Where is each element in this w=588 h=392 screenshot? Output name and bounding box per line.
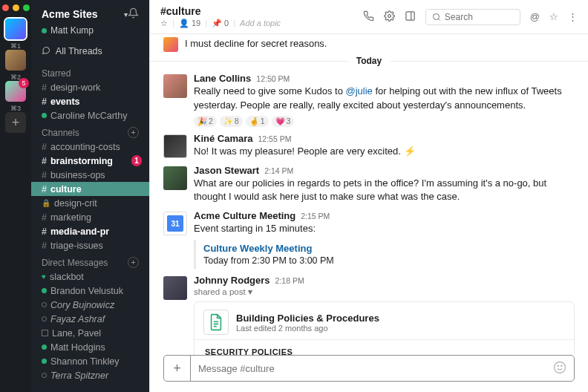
message-author[interactable]: Lane Collins [194,73,251,84]
pin-count[interactable]: 📌 0 [212,19,229,27]
sidebar-channel[interactable]: #brainstorming1 [31,154,149,168]
member-count[interactable]: 👤 19 [179,19,200,27]
add-channel-button[interactable]: + [128,127,139,138]
reaction[interactable]: 🤞1 [246,116,269,127]
reaction[interactable]: 💗3 [272,116,295,127]
starred-items-icon[interactable]: ☆ [549,11,558,22]
sidebar-channel[interactable]: #business-ops [31,168,149,182]
reaction-emoji: 🤞 [249,117,259,126]
workspace-shortcut-label: ⌘1 [10,42,21,50]
event-attachment[interactable]: Culture Weekly Meeting Today from 2:30 P… [194,240,575,269]
channel-header: #culture ☆| 👤 19| 📌 0| Add a topic @ ☆ ⋮ [150,0,588,34]
chevron-down-icon[interactable]: ▾ [248,287,252,297]
channel-name[interactable]: #culture [160,6,356,17]
message-author[interactable]: Johnny Rodgers [194,275,270,286]
sidebar-item[interactable]: #design-work [31,80,149,94]
add-dm-button[interactable]: + [128,257,139,268]
reaction[interactable]: ✨8 [220,116,243,127]
message-timestamp: 2:15 PM [301,212,330,220]
sidebar-channel[interactable]: #accounting-costs [31,140,149,154]
sidebar-dm[interactable]: Brandon Velustuk [31,284,149,298]
presence-active-icon [42,288,47,293]
workspace-shortcut-label: ⌘3 [10,105,21,112]
sidebar-channel[interactable]: #media-and-pr [31,224,149,238]
message-author[interactable]: Acme Culture Meeting [194,210,295,221]
presence-active-icon [42,28,47,33]
emoji-picker-icon[interactable] [546,361,574,376]
hash-icon: # [42,226,47,237]
mentions-at-icon[interactable]: @ [530,11,540,22]
group-dm-icon [42,330,48,336]
composer-input[interactable] [191,356,546,381]
post-subtitle: Last edited 2 months ago [236,324,379,333]
search-input[interactable] [445,12,514,22]
maximize-window-icon[interactable] [23,4,30,11]
add-topic-link[interactable]: Add a topic [240,19,281,27]
svg-line-4 [438,19,440,20]
workspace-tile[interactable]: ⌘35 [5,81,26,102]
sidebar-item-label: Lane, Pavel [52,328,101,339]
message-author[interactable]: Jason Stewart [194,165,259,176]
add-workspace-button[interactable]: + [5,112,26,133]
avatar[interactable] [163,74,187,98]
message-timestamp: 2:14 PM [264,166,293,175]
post-heading: SECURITY POLICIES [205,347,564,355]
shared-post-label: shared a post ▾ [194,287,575,297]
sidebar-dm[interactable]: Fayaz Ashraf [31,312,149,326]
close-window-icon[interactable] [2,4,9,11]
calendar-app-avatar[interactable]: 31 [163,212,187,235]
sidebar-channel[interactable]: #marketing [31,210,149,224]
avatar[interactable] [163,37,178,52]
workspace-tile[interactable]: ⌘2 [5,50,26,71]
sidebar-item-label: accounting-costs [50,142,120,152]
sidebar-item[interactable]: Caroline McCarthy [31,108,149,122]
sidebar-item-label: Cory Bujnowicz [50,300,114,310]
workspace-name[interactable]: Acme Sites [42,8,122,20]
hash-icon: # [42,156,47,166]
workspace-tile[interactable]: ⌘1 [5,19,26,39]
all-threads-link[interactable]: All Threads [31,43,149,64]
sidebar-channel[interactable]: 🔒design-crit [31,196,149,210]
composer-attachment-button[interactable]: + [164,356,191,381]
event-title: Culture Weekly Meeting [203,243,567,254]
message-author[interactable]: Kiné Camara [194,133,252,144]
sidebar-channel[interactable]: #culture [31,182,149,196]
messages-area[interactable]: I must decline for secret reasons. Today… [150,34,588,355]
event-time: Today from 2:30 PM to 3:00 PM [203,255,567,266]
reaction[interactable]: 🎉2 [194,116,217,127]
channels-section-header: Channels + [31,122,149,140]
reaction-count: 2 [209,117,213,125]
starred-section-header: Starred [31,64,149,80]
details-pane-icon[interactable] [405,10,416,24]
settings-gear-icon[interactable] [384,10,395,24]
notifications-bell-icon[interactable] [128,7,139,21]
minimize-window-icon[interactable] [13,4,19,11]
sidebar-dm[interactable]: ♥slackbot [31,270,149,284]
call-icon[interactable] [363,10,374,24]
mention-link[interactable]: @julie [346,85,373,97]
sidebar-dm[interactable]: Matt Hodgins [31,340,149,354]
sidebar-channel[interactable]: #triage-issues [31,238,149,252]
sidebar-dm[interactable]: Lane, Pavel [31,326,149,340]
message-text: Really need to give some Kudos to @julie… [194,85,575,113]
message-text: No! It was my pleasure! People are very … [194,145,575,159]
avatar[interactable] [163,134,187,158]
hash-icon: # [42,241,47,251]
avatar[interactable] [163,276,187,300]
sidebar-item-label: Fayaz Ashraf [50,314,105,324]
search-box[interactable] [425,9,520,25]
post-attachment[interactable]: Building Policies & Procedures Last edit… [194,301,575,355]
avatar[interactable] [163,166,187,190]
sidebar-dm[interactable]: Cory Bujnowicz [31,298,149,312]
more-menu-icon[interactable]: ⋮ [568,11,578,22]
sidebar-dm[interactable]: Shannon Tinkley [31,354,149,368]
sidebar-item[interactable]: #events [31,94,149,108]
all-threads-label: All Threads [56,46,102,56]
star-channel-icon[interactable]: ☆ [160,19,168,27]
unread-badge: 5 [19,78,29,88]
workspace-rail: ⌘1⌘2⌘35 + [0,0,31,392]
reaction-count: 8 [235,117,239,125]
current-user-name: Matt Kump [50,25,94,36]
sidebar-dm[interactable]: Terra Spitzner [31,368,149,382]
current-user[interactable]: Matt Kump [31,25,149,43]
